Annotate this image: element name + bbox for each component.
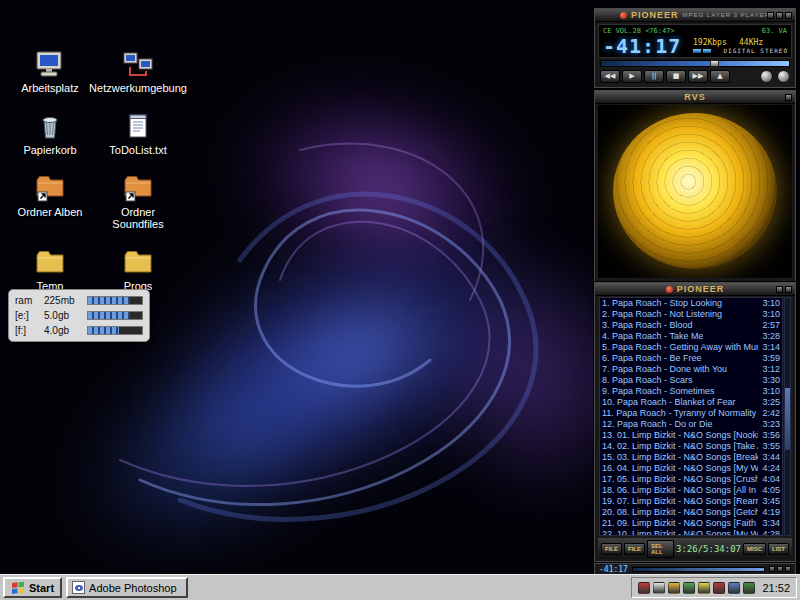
playlist-track-row[interactable]: 4. Papa Roach - Take Me3:28 bbox=[600, 331, 782, 342]
desktop-icon-label: ToDoList.txt bbox=[109, 144, 166, 156]
minimize-icon[interactable] bbox=[767, 12, 774, 19]
taskbar: Start Adobe Photoshop 21:52 bbox=[0, 574, 800, 600]
balance-knob[interactable] bbox=[777, 70, 790, 83]
playlist-track-row[interactable]: 6. Papa Roach - Be Free3:59 bbox=[600, 353, 782, 364]
tray-icon-1[interactable] bbox=[638, 582, 650, 594]
playlist-track-row[interactable]: 18. 06. Limp Bizkit - N&O Songs [All In … bbox=[600, 485, 782, 496]
start-button-label: Start bbox=[29, 582, 54, 594]
playlist-track-row[interactable]: 19. 07. Limp Bizkit - N&O Songs [Rearran… bbox=[600, 496, 782, 507]
sysmon-row: ram225mb bbox=[15, 295, 143, 306]
playlist-track-row[interactable]: 20. 08. Limp Bizkit - N&O Songs [Getcha … bbox=[600, 507, 782, 518]
player-title-bar[interactable]: PIONEER MPEG LAYER 3 PLAYER bbox=[595, 9, 795, 22]
seek-slider-thumb[interactable] bbox=[710, 60, 719, 67]
taskbar-clock[interactable]: 21:52 bbox=[758, 582, 790, 594]
desktop-icon-netzwerkumgebung[interactable]: Netzwerkumgebung bbox=[96, 48, 180, 94]
tray-icon-2[interactable] bbox=[653, 582, 665, 594]
track-title: 6. Papa Roach - Be Free bbox=[602, 353, 702, 364]
desktop-icon-ordner-alben[interactable]: Ordner Alben bbox=[8, 172, 92, 230]
playlist-track-row[interactable]: 12. Papa Roach - Do or Die3:23 bbox=[600, 419, 782, 430]
minimize-icon[interactable] bbox=[769, 566, 775, 572]
playlist-track-row[interactable]: 2. Papa Roach - Not Listening3:10 bbox=[600, 309, 782, 320]
playlist-scrollbar[interactable] bbox=[784, 297, 791, 536]
track-title: 11. Papa Roach - Tyranny of Normality bbox=[602, 408, 756, 419]
playlist-title-bar[interactable]: PIONEER bbox=[595, 283, 795, 296]
track-duration: 3:55 bbox=[762, 441, 780, 452]
track-duration: 3:34 bbox=[762, 518, 780, 529]
eject-button[interactable]: ▲ bbox=[710, 70, 730, 83]
playlist-track-row[interactable]: 5. Papa Roach - Getting Away with Murder… bbox=[600, 342, 782, 353]
tray-icon-7[interactable] bbox=[728, 582, 740, 594]
playlist-sel-all-button[interactable]: SEL ALL bbox=[647, 540, 674, 558]
track-title: 16. 04. Limp Bizkit - N&O Songs [My Way … bbox=[602, 463, 758, 474]
playlist-track-row[interactable]: 13. 01. Limp Bizkit - N&O Songs [Nookie … bbox=[600, 430, 782, 441]
seek-slider[interactable] bbox=[600, 60, 790, 67]
tray-icon-8[interactable] bbox=[743, 582, 755, 594]
previous-button[interactable]: ◀◀ bbox=[600, 70, 620, 83]
desktop-icon-todolist-txt[interactable]: ToDoList.txt bbox=[96, 110, 180, 156]
playlist-file-button[interactable]: FILE bbox=[624, 543, 645, 555]
playlist-track-row[interactable]: 1. Papa Roach - Stop Looking3:10 bbox=[600, 298, 782, 309]
playlist-track-row[interactable]: 22. 10. Limp Bizkit - N&O Songs [My Way … bbox=[600, 529, 782, 536]
visualization-window: RVS bbox=[594, 90, 796, 282]
playlist-track-row[interactable]: 8. Papa Roach - Scars3:30 bbox=[600, 375, 782, 386]
playlist-scrollbar-thumb[interactable] bbox=[785, 388, 790, 450]
shade-icon[interactable] bbox=[777, 566, 783, 572]
track-title: 17. 05. Limp Bizkit - N&O Songs [Crushed… bbox=[602, 474, 758, 485]
stop-button[interactable]: ■ bbox=[666, 70, 686, 83]
playlist-track-row[interactable]: 10. Papa Roach - Blanket of Fear3:25 bbox=[600, 397, 782, 408]
track-title: 19. 07. Limp Bizkit - N&O Songs [Rearran… bbox=[602, 496, 758, 507]
play-button[interactable]: ▶ bbox=[622, 70, 642, 83]
vis-canvas[interactable] bbox=[598, 105, 792, 278]
playlist-track-row[interactable]: 21. 09. Limp Bizkit - N&O Songs [Faith -… bbox=[600, 518, 782, 529]
close-icon[interactable] bbox=[785, 12, 792, 19]
network-icon bbox=[122, 48, 154, 80]
desktop-icon-progs[interactable]: Progs bbox=[96, 246, 180, 292]
bitrate-display: 192Kbps bbox=[693, 38, 727, 47]
shade-icon[interactable] bbox=[776, 12, 783, 19]
playlist-track-row[interactable]: 3. Papa Roach - Blood2:57 bbox=[600, 320, 782, 331]
sysmon-label: [f:] bbox=[15, 325, 41, 336]
playlist-track-list: 1. Papa Roach - Stop Looking3:102. Papa … bbox=[599, 297, 783, 536]
playlist-track-row[interactable]: 7. Papa Roach - Done with You3:12 bbox=[600, 364, 782, 375]
playlist-track-row[interactable]: 11. Papa Roach - Tyranny of Normality2:4… bbox=[600, 408, 782, 419]
track-duration: 2:57 bbox=[762, 320, 780, 331]
desktop-icon-ordner-soundfiles[interactable]: Ordner Soundfiles bbox=[96, 172, 180, 230]
start-button[interactable]: Start bbox=[3, 577, 62, 598]
playlist-track-row[interactable]: 17. 05. Limp Bizkit - N&O Songs [Crushed… bbox=[600, 474, 782, 485]
vis-sphere-graphic bbox=[613, 113, 777, 269]
playlist-list-button[interactable]: LIST bbox=[768, 543, 789, 555]
shade-icon[interactable] bbox=[776, 286, 783, 293]
playlist-track-row[interactable]: 14. 02. Limp Bizkit - N&O Songs [Take A … bbox=[600, 441, 782, 452]
desktop-icon-arbeitsplatz[interactable]: Arbeitsplatz bbox=[8, 48, 92, 94]
volume-knob[interactable] bbox=[760, 70, 773, 83]
playlist-track-row[interactable]: 16. 04. Limp Bizkit - N&O Songs [My Way … bbox=[600, 463, 782, 474]
close-icon[interactable] bbox=[785, 94, 792, 101]
track-title: 13. 01. Limp Bizkit - N&O Songs [Nookie … bbox=[602, 430, 758, 441]
vis-title-bar[interactable]: RVS bbox=[595, 91, 795, 104]
close-icon[interactable] bbox=[785, 566, 791, 572]
lcd-status-right: 63. VA bbox=[762, 27, 787, 35]
desktop-icon-papierkorb[interactable]: Papierkorb bbox=[8, 110, 92, 156]
playlist-file-button[interactable]: FILE bbox=[601, 543, 622, 555]
folder-shortcut-icon bbox=[34, 172, 66, 204]
transport-controls: ◀◀▶||■▶▶▲ bbox=[595, 69, 795, 83]
tray-icon-5[interactable] bbox=[698, 582, 710, 594]
tray-icon-4[interactable] bbox=[683, 582, 695, 594]
close-icon[interactable] bbox=[785, 286, 792, 293]
shade-seek-strip[interactable] bbox=[632, 567, 765, 572]
next-button[interactable]: ▶▶ bbox=[688, 70, 708, 83]
sysmon-value: 4.0gb bbox=[44, 325, 84, 336]
desktop-icon-temp[interactable]: Temp bbox=[8, 246, 92, 292]
playlist-track-row[interactable]: 9. Papa Roach - Sometimes3:10 bbox=[600, 386, 782, 397]
task-button-photoshop[interactable]: Adobe Photoshop bbox=[66, 577, 188, 598]
tray-icon-6[interactable] bbox=[713, 582, 725, 594]
tray-icon-3[interactable] bbox=[668, 582, 680, 594]
system-monitor-widget: ram225mb[e:]5.0gb[f:]4.0gb bbox=[8, 289, 150, 342]
sysmon-value: 5.0gb bbox=[44, 310, 84, 321]
folder-shortcut-icon bbox=[122, 172, 154, 204]
playlist-misc-button[interactable]: MISC bbox=[743, 543, 766, 555]
playlist-track-row[interactable]: 15. 03. Limp Bizkit - N&O Songs [Break S… bbox=[600, 452, 782, 463]
track-time-display[interactable]: -41:17 bbox=[603, 34, 681, 58]
pause-button[interactable]: || bbox=[644, 70, 664, 83]
track-duration: 2:42 bbox=[762, 408, 780, 419]
